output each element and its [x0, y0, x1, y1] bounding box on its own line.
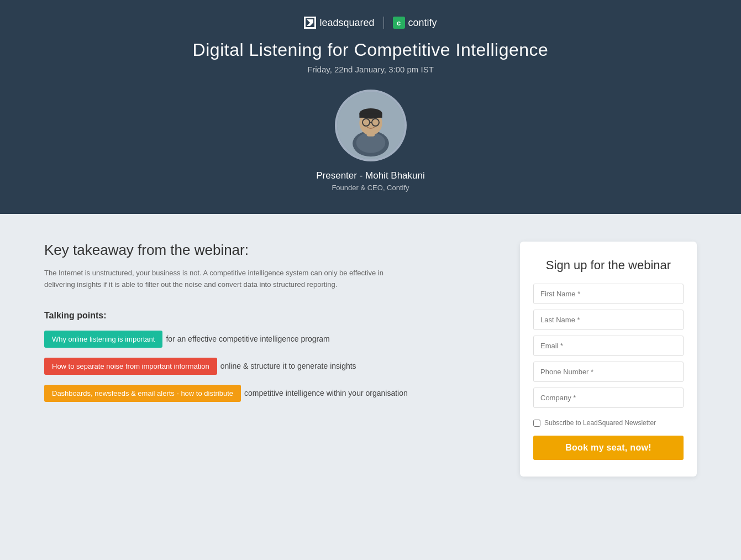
talking-point-1: Why online listening is important for an…: [44, 331, 498, 348]
left-panel: Key takeaway from the webinar: The Inter…: [44, 242, 498, 412]
signup-form-card: Sign up for the webinar Subscribe to Lea…: [520, 242, 697, 477]
last-name-input[interactable]: [533, 310, 684, 330]
leadsquared-label: leadsquared: [319, 17, 374, 29]
leadsquared-logo: leadsquared: [304, 17, 374, 29]
tag-online-listening: Why online listening is important: [44, 331, 162, 348]
leadsquared-icon: [304, 17, 316, 29]
newsletter-checkbox[interactable]: [533, 420, 540, 427]
tag-noise-separation: How to separate noise from important inf…: [44, 358, 217, 375]
newsletter-label: Subscribe to LeadSquared Newsletter: [544, 419, 656, 427]
presenter-job-title: Founder & CEO, Contify: [11, 184, 730, 192]
presenter-avatar: [335, 90, 407, 161]
talking-point-3: Dashboards, newsfeeds & email alerts - h…: [44, 385, 498, 402]
logos-container: leadsquared c contify: [11, 17, 730, 29]
presenter-name: Presenter - Mohit Bhakuni: [11, 170, 730, 181]
talking-point-2: How to separate noise from important inf…: [44, 358, 498, 375]
newsletter-row: Subscribe to LeadSquared Newsletter: [533, 419, 684, 427]
logo-divider: [383, 17, 384, 29]
page-header: leadsquared c contify Digital Listening …: [0, 0, 741, 214]
contify-logo: c contify: [393, 17, 437, 29]
talking-points-label: Talking points:: [44, 311, 498, 321]
company-input[interactable]: [533, 388, 684, 408]
contify-icon: c: [393, 17, 405, 29]
webinar-date: Friday, 22nd January, 3:00 pm IST: [11, 65, 730, 74]
form-title: Sign up for the webinar: [533, 258, 684, 273]
tag-dashboards: Dashboards, newsfeeds & email alerts - h…: [44, 385, 241, 402]
svg-rect-9: [359, 113, 382, 118]
description-text: The Internet is unstructured, your busin…: [44, 268, 398, 291]
tag-suffix-1: for an effective competitive intelligenc…: [166, 334, 329, 343]
first-name-input[interactable]: [533, 284, 684, 304]
webinar-title: Digital Listening for Competitive Intell…: [11, 40, 730, 60]
contify-label: contify: [408, 17, 437, 29]
tag-suffix-2: online & structure it to generate insigh…: [220, 362, 356, 370]
tag-suffix-3: competitive intelligence within your org…: [244, 389, 408, 397]
email-input[interactable]: [533, 336, 684, 356]
phone-input[interactable]: [533, 362, 684, 382]
section-title: Key takeaway from the webinar:: [44, 242, 498, 259]
submit-button[interactable]: Book my seat, now!: [533, 436, 684, 460]
main-content: Key takeaway from the webinar: The Inter…: [0, 214, 741, 504]
